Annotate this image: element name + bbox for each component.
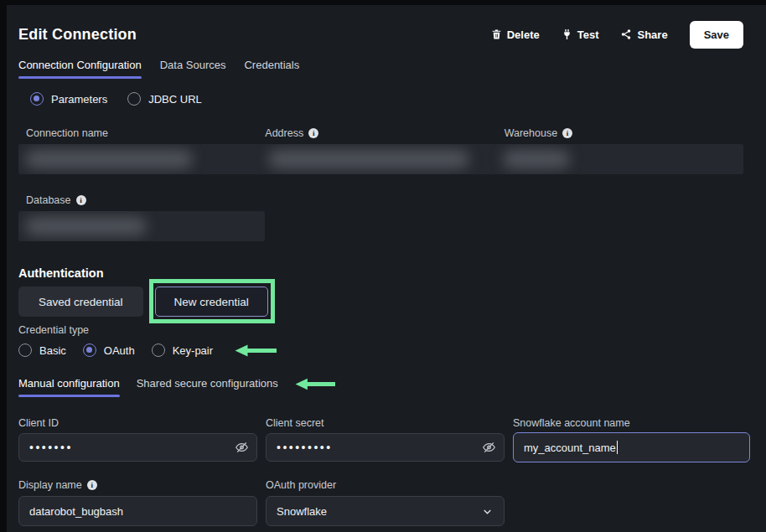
header: Edit Connection Delete Test Share Save xyxy=(18,18,743,50)
radio-unselected-icon xyxy=(127,92,141,106)
delete-button[interactable]: Delete xyxy=(491,28,540,41)
tab-credentials[interactable]: Credentials xyxy=(244,59,299,79)
redacted-database-field[interactable] xyxy=(18,211,265,241)
display-name-label: Display namei xyxy=(18,479,257,491)
radio-unselected-icon xyxy=(152,343,165,357)
snowflake-account-name-value: my_account_name xyxy=(524,442,616,454)
test-button[interactable]: Test xyxy=(562,28,599,41)
eye-off-icon xyxy=(482,441,496,455)
authentication-heading: Authentication xyxy=(18,266,743,280)
saved-credential-button[interactable]: Saved credential xyxy=(18,287,143,317)
radio-key-pair-label: Key-pair xyxy=(173,344,213,357)
mode-radio-group: Parameters JDBC URL xyxy=(18,92,743,106)
tab-connection-configuration[interactable]: Connection Configuration xyxy=(18,59,142,79)
client-secret-label: Client secret xyxy=(266,417,505,429)
edit-connection-panel: Edit Connection Delete Test Share Save C… xyxy=(7,5,766,532)
redacted-address-value xyxy=(268,150,469,168)
share-icon xyxy=(620,28,632,40)
address-label: Addressi xyxy=(265,127,504,139)
warehouse-label: Warehousei xyxy=(505,127,743,139)
info-icon[interactable]: i xyxy=(87,480,97,490)
chevron-down-icon xyxy=(481,505,494,518)
radio-unselected-icon xyxy=(18,343,32,357)
row1-labels: Connection name Addressi Warehousei xyxy=(18,127,743,139)
tab-shared-secure-configurations[interactable]: Shared secure configurations xyxy=(137,377,278,397)
toggle-visibility-button[interactable] xyxy=(482,441,496,455)
text-caret xyxy=(617,441,618,454)
info-icon[interactable]: i xyxy=(76,195,86,205)
row2-labels: Databasei xyxy=(18,194,743,206)
redacted-connection-name-value xyxy=(25,150,193,168)
radio-selected-icon xyxy=(83,343,96,357)
share-button-label: Share xyxy=(637,28,667,41)
annotation-arrow-icon xyxy=(235,344,277,357)
client-id-value: ••••••• xyxy=(29,433,73,462)
radio-jdbc-url[interactable]: JDBC URL xyxy=(127,92,202,106)
tab-data-sources[interactable]: Data Sources xyxy=(160,59,226,79)
header-actions: Delete Test Share Save xyxy=(491,21,743,49)
radio-parameters[interactable]: Parameters xyxy=(30,92,107,106)
client-id-input[interactable]: ••••••• xyxy=(18,433,257,462)
trash-icon xyxy=(491,28,502,40)
database-label: Databasei xyxy=(26,194,270,206)
credential-type-radio-group: Basic OAuth Key-pair xyxy=(18,343,743,357)
row4-labels: Display namei OAuth provider xyxy=(18,479,743,491)
share-button[interactable]: Share xyxy=(620,28,667,41)
plug-icon xyxy=(562,28,572,40)
annotation-arrow-icon xyxy=(295,378,335,390)
radio-parameters-label: Parameters xyxy=(51,93,107,106)
client-secret-input[interactable]: ••••••••• xyxy=(266,433,505,462)
radio-selected-icon xyxy=(30,92,44,106)
row3-fields: ••••••• ••••••••• my_account_name xyxy=(18,433,743,462)
save-button[interactable]: Save xyxy=(690,21,743,49)
client-id-label: Client ID xyxy=(18,417,257,429)
config-tabs: Manual configuration Shared secure confi… xyxy=(18,377,743,397)
display-name-value: datarobot_bugbash xyxy=(29,505,123,518)
snowflake-account-name-label: Snowflake account name xyxy=(513,417,750,429)
tab-manual-configuration[interactable]: Manual configuration xyxy=(18,377,120,397)
credential-type-label: Credential type xyxy=(18,324,743,336)
display-name-input[interactable]: datarobot_bugbash xyxy=(18,496,257,526)
radio-oauth-label: OAuth xyxy=(104,344,135,357)
credential-source-segments: Saved credential New credential xyxy=(18,287,743,317)
redacted-database-value xyxy=(25,217,147,235)
delete-button-label: Delete xyxy=(507,28,540,41)
info-icon[interactable]: i xyxy=(562,128,572,138)
row3-labels: Client ID Client secret Snowflake accoun… xyxy=(18,417,743,429)
redacted-warehouse-value xyxy=(503,150,570,168)
snowflake-account-name-input[interactable]: my_account_name xyxy=(513,432,750,462)
radio-basic[interactable]: Basic xyxy=(18,343,66,357)
oauth-provider-label: OAuth provider xyxy=(266,479,505,491)
new-credential-button[interactable]: New credential xyxy=(155,287,268,317)
info-icon[interactable]: i xyxy=(308,128,318,138)
eye-off-icon xyxy=(235,441,249,455)
connection-name-label: Connection name xyxy=(26,127,265,139)
row4-fields: datarobot_bugbash Snowflake xyxy=(18,496,743,526)
radio-jdbc-url-label: JDBC URL xyxy=(148,93,202,106)
test-button-label: Test xyxy=(577,28,599,41)
top-tabs: Connection Configuration Data Sources Cr… xyxy=(18,59,743,79)
redacted-fields-band[interactable] xyxy=(18,144,743,174)
radio-oauth[interactable]: OAuth xyxy=(83,343,135,357)
oauth-provider-value: Snowflake xyxy=(277,505,327,518)
radio-basic-label: Basic xyxy=(39,344,66,357)
page-title: Edit Connection xyxy=(18,26,137,44)
radio-key-pair[interactable]: Key-pair xyxy=(152,343,213,357)
client-secret-value: ••••••••• xyxy=(277,433,333,462)
oauth-provider-select[interactable]: Snowflake xyxy=(266,496,505,526)
toggle-visibility-button[interactable] xyxy=(235,441,249,455)
